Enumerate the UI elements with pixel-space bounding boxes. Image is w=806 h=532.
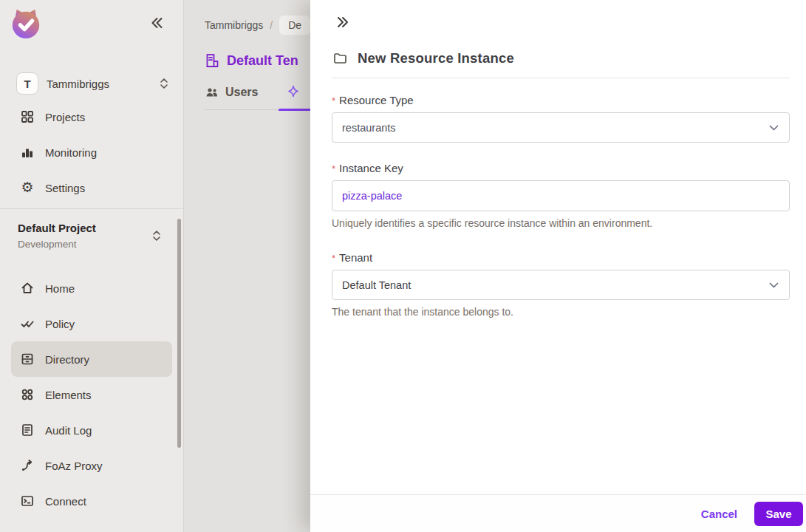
cancel-button[interactable]: Cancel <box>694 503 745 525</box>
panel-form: * Resource Type restaurants * Instance K… <box>310 78 806 494</box>
field-label-row: * Tenant <box>332 251 790 264</box>
bar-chart-icon <box>20 145 35 160</box>
select-value: restaurants <box>342 122 396 134</box>
save-button[interactable]: Save <box>754 502 803 526</box>
sidebar-item-label: FoAz Proxy <box>45 460 103 472</box>
tab-users[interactable]: Users <box>205 86 258 109</box>
terminal-icon <box>20 494 35 508</box>
sidebar-item-label: Policy <box>45 318 75 330</box>
sidebar: T Tammibriggs Projects Monitorin <box>0 0 184 532</box>
sidebar-item-label: Projects <box>45 111 85 123</box>
building-icon <box>205 52 220 69</box>
field-label-row: * Resource Type <box>332 94 790 106</box>
required-asterisk: * <box>332 163 335 174</box>
sidebar-item-policy[interactable]: Policy <box>11 306 172 341</box>
required-asterisk: * <box>332 253 335 264</box>
sidebar-project-nav: Home Policy Directory <box>0 270 183 519</box>
sidebar-top-nav: Projects Monitoring ⚙ Settings <box>0 99 183 205</box>
sidebar-item-audit-log[interactable]: Audit Log <box>11 412 172 448</box>
sidebar-item-connect[interactable]: Connect <box>11 483 172 519</box>
field-helper-text: Uniquely identifies a specific resource … <box>332 217 790 229</box>
sidebar-item-home[interactable]: Home <box>11 270 172 306</box>
field-label: Resource Type <box>339 94 414 106</box>
sidebar-item-elements[interactable]: Elements <box>11 377 172 412</box>
document-icon <box>20 423 35 437</box>
chevron-down-icon <box>769 125 779 131</box>
chevrons-left-icon[interactable] <box>149 16 164 30</box>
chevron-up-down-icon <box>160 78 168 89</box>
required-asterisk: * <box>332 95 335 106</box>
new-resource-instance-panel: New Resource Instance * Resource Type re… <box>310 0 806 532</box>
chevron-down-icon <box>769 282 779 288</box>
folder-icon <box>332 51 348 66</box>
panel-header: New Resource Instance <box>310 30 806 66</box>
page-title: Default Ten <box>227 53 298 69</box>
sidebar-item-settings[interactable]: ⚙ Settings <box>11 170 172 205</box>
sidebar-item-projects[interactable]: Projects <box>11 99 172 134</box>
grid-icon <box>20 109 35 124</box>
sidebar-item-label: Elements <box>45 389 92 401</box>
permit-logo-icon[interactable] <box>9 6 43 40</box>
circles-icon <box>20 387 35 402</box>
route-arrow-icon <box>20 458 35 473</box>
field-tenant: * Tenant Default Tenant The tenant that … <box>332 251 790 318</box>
field-label: Tenant <box>339 251 372 264</box>
field-resource-type: * Resource Type restaurants <box>332 94 790 143</box>
users-icon <box>205 86 219 99</box>
breadcrumb-current[interactable]: De <box>279 16 310 35</box>
project-switcher[interactable]: Default Project Development <box>0 209 183 270</box>
breadcrumb-separator: / <box>270 19 273 31</box>
project-name: Default Project <box>18 221 154 236</box>
sidebar-item-label: Connect <box>45 495 86 508</box>
panel-footer: Cancel Save <box>310 494 806 532</box>
instance-key-input[interactable] <box>332 180 790 211</box>
sidebar-logo-row <box>0 0 183 46</box>
sparkle-icon <box>286 84 301 99</box>
sidebar-item-label: Home <box>45 282 75 295</box>
tab-label: Users <box>225 86 258 99</box>
panel-top-bar <box>310 0 806 30</box>
field-label-row: * Instance Key <box>332 162 790 174</box>
field-helper-text: The tenant that the instance belongs to. <box>332 306 790 318</box>
select-value: Default Tenant <box>342 279 411 291</box>
resource-type-select[interactable]: restaurants <box>332 112 790 143</box>
cabinet-icon <box>20 352 35 366</box>
project-environment: Development <box>18 238 154 251</box>
field-label: Instance Key <box>339 162 403 174</box>
workspace-switcher[interactable]: T Tammibriggs <box>16 72 168 95</box>
sidebar-item-monitoring[interactable]: Monitoring <box>11 134 172 170</box>
sidebar-item-label: Directory <box>45 353 89 366</box>
sidebar-scrollbar[interactable] <box>177 219 181 448</box>
field-instance-key: * Instance Key Uniquely identifies a spe… <box>332 162 790 229</box>
workspace-avatar: T <box>16 72 38 95</box>
sidebar-item-label: Audit Log <box>45 424 92 437</box>
sidebar-item-directory[interactable]: Directory <box>11 341 172 377</box>
panel-title: New Resource Instance <box>358 50 514 66</box>
gear-icon: ⚙ <box>20 180 35 195</box>
double-check-icon <box>20 316 35 331</box>
sidebar-item-label: Settings <box>45 182 85 194</box>
breadcrumb-workspace[interactable]: Tammibriggs <box>205 19 263 31</box>
workspace-name: Tammibriggs <box>47 78 151 90</box>
home-icon <box>20 281 35 296</box>
sidebar-item-label: Monitoring <box>45 146 97 159</box>
chevrons-right-icon[interactable] <box>335 15 790 30</box>
tenant-select[interactable]: Default Tenant <box>332 270 790 300</box>
chevron-up-down-icon[interactable] <box>152 230 161 242</box>
sidebar-item-foaz-proxy[interactable]: FoAz Proxy <box>11 448 172 483</box>
